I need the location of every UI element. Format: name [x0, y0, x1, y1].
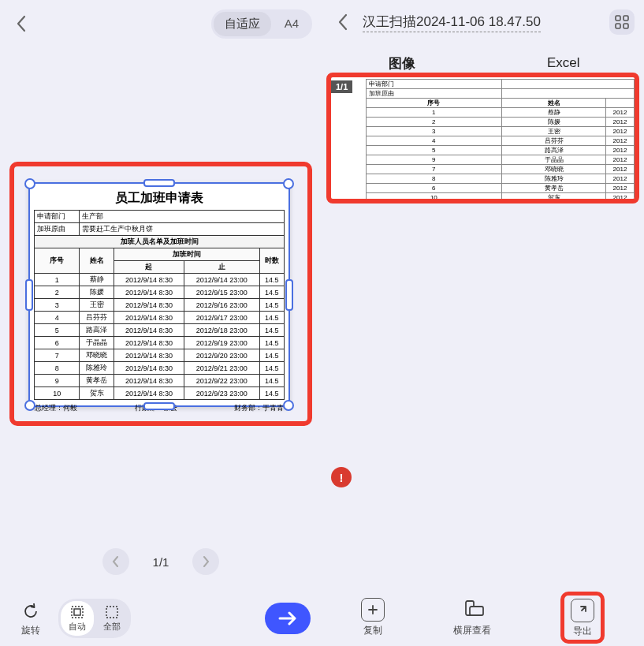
cell-end: 2012/9/21 23:00	[184, 362, 259, 375]
cell-seq: 3	[366, 127, 502, 136]
cell-name: 黄孝岳	[80, 375, 114, 387]
chevron-left-icon	[16, 15, 27, 32]
svg-rect-2	[106, 607, 117, 618]
landscape-icon	[460, 598, 484, 622]
fit-mode-group: 自适应 A4	[211, 9, 312, 39]
landscape-label: 横屏查看	[453, 624, 491, 637]
cell-name: 蔡静	[80, 274, 114, 286]
chevron-left-icon	[112, 556, 119, 567]
cell-start: 2012/9/14 8:30	[114, 337, 184, 349]
cell-seq: 2	[366, 118, 502, 127]
cell-year: 2012	[606, 136, 635, 146]
col-time: 加班时间	[114, 248, 260, 261]
table-row: 7 邓晓晓 2012/9/14 8:30 2012/9/20 23:00 14.…	[35, 349, 285, 362]
cell-year: 2012	[606, 174, 635, 184]
crop-mode-auto[interactable]: 自动	[61, 601, 94, 636]
cell-start: 2012/9/14 8:30	[114, 299, 184, 312]
crop-handle-top[interactable]	[143, 179, 175, 187]
table-row: 2 陈媛 2012	[331, 118, 635, 127]
grid-menu-button[interactable]	[609, 9, 635, 35]
crop-handle-bottom[interactable]	[143, 402, 175, 410]
reason-label: 加班原由	[35, 223, 80, 236]
crop-corner-br[interactable]	[283, 400, 294, 411]
excel-col-seq: 序号	[366, 99, 502, 108]
left-pane: 自适应 A4 员工加班申请表 申请部门 生产部	[0, 0, 322, 646]
rotate-button[interactable]: 旋转	[11, 600, 50, 637]
dept-label: 申请部门	[35, 211, 80, 223]
page-label: 1/1	[153, 555, 169, 569]
crop-corner-bl[interactable]	[24, 400, 35, 411]
cell-start: 2012/9/14 8:30	[114, 286, 184, 299]
arrow-right-icon	[278, 611, 297, 625]
back-button[interactable]	[9, 12, 33, 35]
process-button[interactable]	[265, 603, 311, 634]
chevron-right-icon	[203, 556, 210, 567]
col-end: 止	[184, 261, 259, 274]
excel-table-body: 1 蔡静 2012 2 陈媛 2012 3 王密 2012	[331, 108, 635, 203]
paper-size[interactable]: A4	[274, 12, 310, 36]
crop-handle-left[interactable]	[25, 279, 33, 311]
file-title[interactable]: 汉王扫描2024-11-06 18.47.50	[363, 13, 541, 32]
grid-icon	[615, 15, 629, 29]
table-row: 5 路高泽 2012/9/14 8:30 2012/9/18 23:00 14.…	[35, 324, 285, 337]
svg-rect-0	[72, 607, 83, 618]
cell-end: 2012/9/16 23:00	[184, 299, 259, 312]
cell-seq: 4	[366, 136, 502, 146]
crop-corner-tr[interactable]	[283, 178, 294, 189]
fit-mode-auto[interactable]: 自适应	[214, 12, 271, 36]
excel-preview-table: 申请部门 加班原由 序号 姓名 1 蔡静	[331, 79, 635, 203]
crop-mode-all[interactable]: 全部	[95, 601, 128, 636]
dept-value: 生产部	[80, 211, 285, 223]
cell-name: 黄孝岳	[502, 184, 606, 193]
cell-year: 2012	[606, 165, 635, 174]
copy-icon	[361, 598, 385, 622]
right-top-bar: 汉王扫描2024-11-06 18.47.50	[322, 0, 644, 44]
crop-all-label: 全部	[103, 621, 121, 633]
doc-table: 申请部门 生产部 加班原由 需要赶工生产中秋月饼 加班人员名单及加班时间 序号 …	[34, 210, 285, 400]
warning-badge[interactable]: !	[331, 467, 352, 487]
table-row: 7 邓晓晓 2012	[331, 165, 635, 174]
cell-year: 2012	[606, 146, 635, 155]
next-page-button[interactable]	[192, 548, 219, 575]
crop-corner-tl[interactable]	[24, 178, 35, 189]
cell-seq: 5	[35, 324, 80, 337]
cell-hours: 14.5	[259, 324, 284, 337]
cell-hours: 14.5	[259, 274, 284, 286]
crop-handle-right[interactable]	[285, 279, 293, 311]
svg-rect-3	[616, 16, 620, 21]
export-label: 导出	[573, 625, 592, 638]
cell-year: 2012	[606, 155, 635, 165]
prev-page-button[interactable]	[102, 548, 129, 575]
export-button[interactable]: 导出	[560, 592, 605, 644]
col-name: 姓名	[80, 248, 114, 274]
col-hours: 时数	[259, 248, 284, 274]
cell-seq: 10	[366, 193, 502, 203]
cell-start: 2012/9/14 8:30	[114, 274, 184, 286]
svg-rect-6	[624, 24, 628, 28]
cell-name: 邓晓晓	[502, 165, 606, 174]
table-row: 10 贺东 2012/9/14 8:30 2012/9/23 23:00 14.…	[35, 387, 285, 400]
landscape-button[interactable]: 横屏查看	[453, 598, 491, 637]
cell-seq: 7	[35, 349, 80, 362]
svg-rect-5	[616, 24, 620, 28]
left-top-bar: 自适应 A4	[0, 0, 322, 47]
scanned-document[interactable]: 员工加班申请表 申请部门 生产部 加班原由 需要赶工生产中秋月饼 加班人员名单及…	[28, 182, 290, 407]
cell-start: 2012/9/14 8:30	[114, 324, 184, 337]
cell-hours: 14.5	[259, 375, 284, 387]
crop-mode-group: 自动 全部	[58, 599, 131, 638]
cell-hours: 14.5	[259, 362, 284, 375]
copy-label: 复制	[363, 624, 382, 637]
back-button-right[interactable]	[331, 10, 355, 34]
table-row: 1 蔡静 2012/9/14 8:30 2012/9/14 23:00 14.5	[35, 274, 285, 286]
table-row: 8 陈雅玲 2012/9/14 8:30 2012/9/21 23:00 14.…	[35, 362, 285, 375]
excel-col-name: 姓名	[502, 99, 606, 108]
svg-rect-1	[74, 609, 80, 615]
table-row: 9 黄孝岳 2012/9/14 8:30 2012/9/22 23:00 14.…	[35, 375, 285, 387]
cell-end: 2012/9/14 23:00	[184, 274, 259, 286]
excel-dept-label: 申请部门	[366, 80, 502, 89]
cell-name: 路高泽	[502, 146, 606, 155]
cell-end: 2012/9/17 23:00	[184, 312, 259, 324]
cell-seq: 2	[35, 286, 80, 299]
cell-year: 2012	[606, 193, 635, 203]
copy-button[interactable]: 复制	[361, 598, 385, 637]
